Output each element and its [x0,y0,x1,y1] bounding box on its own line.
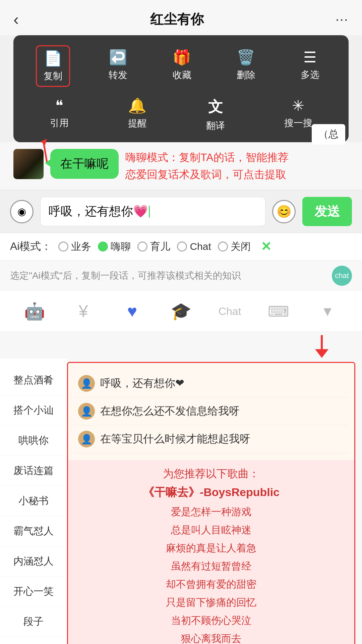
radio-yewu[interactable]: 业务 [58,240,91,254]
radio-chat[interactable]: Chat [177,241,211,252]
chevron-down-icon: ▼ [321,304,334,319]
sidebar-item-duanzi[interactable]: 段子 [0,607,67,637]
text-cursor [149,206,150,218]
toolbar-robot[interactable]: 🤖 [18,298,51,325]
radio-close[interactable]: 关闭 [218,240,251,254]
page-title: 红尘有你 [150,10,204,29]
sidebar-item-zhengdian[interactable]: 整点酒肴 [0,365,67,395]
radio-haijiao[interactable]: 嗨聊 [98,240,131,254]
more-button[interactable]: ··· [336,12,349,27]
sidebar-item-hong[interactable]: 哄哄你 [0,426,67,456]
bottom-toolbar: 🤖 ¥ ♥ 🎓 Chat ⌨ ▼ [0,291,362,332]
toolbar-keyboard[interactable]: ⌨ [262,298,295,325]
send-button[interactable]: 发送 [302,197,352,226]
lyric-line-5: 却不曾拥有爱的甜密 [78,575,344,593]
svg-marker-3 [315,349,328,358]
lyric-line-7: 当初不顾伤心哭泣 [78,611,344,630]
copy-button[interactable]: 📄 复制 [36,45,70,87]
red-arrow-panel [275,332,342,359]
lyric-line-4: 虽然有过短暂曾经 [78,557,344,575]
heart-icon: ♥ [127,302,137,321]
input-field[interactable]: 呼吸，还有想你💗 [40,197,265,226]
hint-bar: 选定"Ai模式"后，复制一段话，可推荐该模式相关的知识 chat [0,260,362,291]
multiselect-label: 多选 [301,68,319,81]
radio-yewu-circle[interactable] [58,241,68,252]
main-content: 整点酒肴 搭个小讪 哄哄你 废话连篇 小秘书 霸气怼人 内涵怼人 开心一笑 段子… [0,359,362,644]
copy-label: 复制 [44,70,62,83]
song-section: 为您推荐以下歌曲： 《干嘛去》-BoysRepublic 爱是怎样一种游戏 总是… [68,460,354,644]
reply-text-2: 在想你怎么还不发信息给我呀 [100,404,240,419]
graduation-icon: 🎓 [171,302,191,321]
search-label: 搜一搜 [284,117,312,129]
chat-text-icon: Chat [219,305,241,318]
forward-label: 转发 [109,69,127,82]
radio-yewu-label: 业务 [71,240,91,254]
song-name: 《干嘛去》-BoysRepublic [78,485,344,500]
radio-close-circle[interactable] [218,241,228,252]
delete-label: 删除 [237,69,255,82]
input-bar: ◉ 呼吸，还有想你💗 😊 发送 [0,190,362,233]
quote-icon: ❝ [55,97,63,114]
toolbar-payment[interactable]: ¥ [67,298,100,325]
toolbar-heart[interactable]: ♥ [115,298,149,325]
lyric-line-8: 狠心离我而去 [78,630,344,644]
radio-yuer-circle[interactable] [137,241,147,252]
radio-yuer[interactable]: 育儿 [137,240,170,254]
collect-button[interactable]: 🎁 收藏 [166,45,198,87]
reply-text-3: 在等宝贝什么时候才能想起我呀 [100,432,250,446]
toolbar-dropdown[interactable]: ▼ [311,298,344,325]
translate-button[interactable]: 文 翻译 [199,94,232,136]
hint-chat-icon[interactable]: chat [332,266,352,286]
yen-icon: ¥ [79,302,88,321]
reply-avatar-2: 👤 [78,403,95,420]
remind-button[interactable]: 🔔 提醒 [121,94,154,136]
header: ‹ 红尘有你 ··· [0,0,362,35]
sidebar-item-mishu[interactable]: 小秘书 [0,486,67,516]
keyboard-icon: ⌨ [268,303,289,320]
close-ai-button[interactable]: ✕ [261,239,272,254]
translate-icon: 文 [208,97,223,117]
remind-icon: 🔔 [128,97,146,114]
radio-haijiao-circle[interactable] [98,241,108,252]
sidebar-item-baqidui[interactable]: 霸气怼人 [0,516,67,546]
search-icon: ✳ [292,97,304,114]
radio-close-label: 关闭 [231,240,251,254]
back-button[interactable]: ‹ [13,10,19,29]
sidebar-item-kaixin[interactable]: 开心一笑 [0,577,67,607]
lyric-line-6: 只是留下惨痛的回忆 [78,593,344,611]
voice-icon: ◉ [17,206,26,217]
right-panel: 👤 呼吸，还有想你❤ 👤 在想你怎么还不发信息给我呀 👤 在等宝贝什么时候才能想… [67,362,355,644]
lyric-line-3: 麻烦的真是让人着急 [78,539,344,557]
delete-icon: 🗑️ [237,49,255,66]
forward-button[interactable]: ↩️ 转发 [102,45,134,87]
reply-item-1[interactable]: 👤 呼吸，还有想你❤ [75,370,348,397]
radio-chat-circle[interactable] [177,241,187,252]
emoji-icon: 😊 [277,205,292,219]
toolbar-chat[interactable]: Chat [213,298,247,325]
sidebar-item-feihua[interactable]: 废话连篇 [0,456,67,486]
remind-label: 提醒 [128,117,147,130]
multiselect-button[interactable]: ☰ 多选 [294,45,326,87]
song-recommendation-title: 为您推荐以下歌曲： [78,467,344,481]
reply-text-1: 呼吸，还有想你❤ [100,376,184,391]
sidebar-item-neihan[interactable]: 内涵怼人 [0,546,67,577]
reply-item-2[interactable]: 👤 在想你怎么还不发信息给我呀 [75,397,348,425]
multiselect-icon: ☰ [303,49,316,66]
sidebar: 整点酒肴 搭个小讪 哄哄你 废话连篇 小秘书 霸气怼人 内涵怼人 开心一笑 段子… [0,359,67,644]
quote-button[interactable]: ❝ 引用 [43,94,75,136]
voice-button[interactable]: ◉ [10,200,34,223]
delete-button[interactable]: 🗑️ 删除 [230,45,262,87]
toolbar-graduation[interactable]: 🎓 [164,298,198,325]
total-indicator: （总 [312,124,345,145]
reply-avatar-1: 👤 [78,375,95,392]
sidebar-item-qinghua[interactable]: 情话 ❤ [0,637,67,644]
collect-label: 收藏 [173,69,191,82]
lyric-line-2: 总是叫人目眩神迷 [78,521,344,539]
sidebar-item-dage[interactable]: 搭个小讪 [0,395,67,426]
radio-haijiao-label: 嗨聊 [111,240,131,254]
emoji-button[interactable]: 😊 [272,200,296,223]
reply-item-3[interactable]: 👤 在等宝贝什么时候才能想起我呀 [75,425,348,453]
annotation-text: 嗨聊模式：复制TA的话，智能推荐恋爱回复话术及歌词，可点击提取 [125,149,349,183]
ai-mode-label: Ai模式： [10,239,52,254]
ai-mode-bar: Ai模式： 业务 嗨聊 育儿 Chat 关闭 ✕ [0,233,362,260]
